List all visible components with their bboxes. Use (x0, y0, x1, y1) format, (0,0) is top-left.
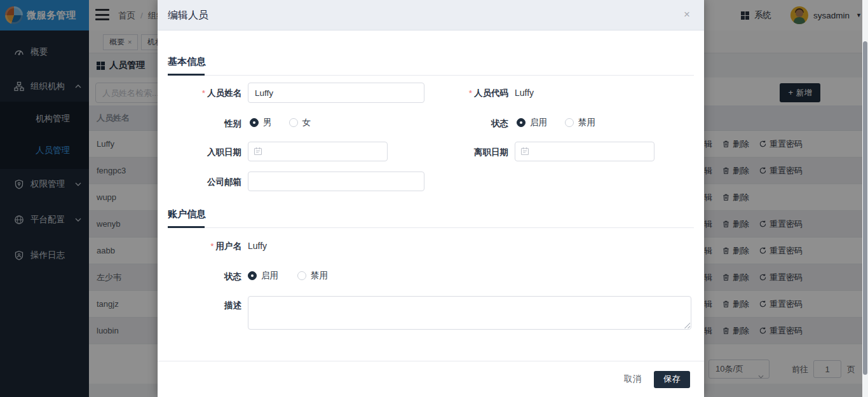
radio-icon (248, 271, 257, 280)
username-value: Luffy (248, 241, 267, 251)
status-radio-group: 启用 禁用 (517, 117, 595, 128)
hire-date-input[interactable] (248, 142, 388, 161)
scrollbar-track[interactable] (862, 0, 868, 397)
app-root: 微服务管理 概要 组织机构 机构管理 人员管理 权限管理 (0, 0, 868, 397)
field-label-description: 描述 (165, 300, 241, 311)
section-title-account: 账户信息 (168, 208, 206, 220)
scrollbar-thumb[interactable] (863, 41, 867, 375)
section-indicator (168, 226, 205, 228)
edit-personnel-modal: 编辑人员 × 基本信息 *人员姓名 *人员代码 Luffy 性别 男 女 状态 … (158, 0, 704, 397)
section-title-basic: 基本信息 (168, 56, 206, 68)
email-input[interactable] (248, 172, 424, 191)
field-label-email: 公司邮箱 (165, 177, 241, 188)
radio-disabled[interactable]: 禁用 (565, 117, 595, 128)
radio-icon (250, 118, 259, 127)
radio-account-disabled[interactable]: 禁用 (297, 270, 328, 281)
radio-icon (565, 118, 574, 127)
gender-radio-group: 男 女 (250, 117, 311, 128)
field-label-account-status: 状态 (165, 271, 241, 283)
modal-footer: 取消 保存 (158, 361, 704, 397)
section-indicator (168, 74, 205, 76)
description-textarea[interactable] (248, 296, 691, 330)
field-label-hire-date: 入职日期 (165, 147, 241, 158)
radio-icon (297, 271, 306, 280)
radio-enabled[interactable]: 启用 (517, 117, 547, 128)
cancel-button[interactable]: 取消 (624, 373, 641, 385)
field-label-leave-date: 离职日期 (432, 147, 508, 158)
account-status-radio-group: 启用 禁用 (248, 270, 328, 281)
code-value: Luffy (515, 88, 534, 98)
close-icon[interactable]: × (684, 8, 690, 21)
leave-date-input[interactable] (515, 142, 654, 161)
modal-title: 编辑人员 (168, 9, 208, 22)
save-button[interactable]: 保存 (654, 371, 690, 388)
modal-header: 编辑人员 × (158, 0, 704, 30)
field-label-gender: 性别 (165, 118, 241, 130)
radio-icon (517, 118, 526, 127)
radio-account-enabled[interactable]: 启用 (248, 270, 278, 281)
radio-female[interactable]: 女 (289, 117, 311, 128)
field-label-code: *人员代码 (432, 88, 508, 99)
radio-male[interactable]: 男 (250, 117, 272, 128)
name-input[interactable] (248, 83, 424, 103)
field-label-name: *人员姓名 (165, 88, 241, 99)
field-label-username: *用户名 (165, 241, 241, 252)
radio-icon (289, 118, 298, 127)
field-label-status: 状态 (432, 118, 508, 130)
